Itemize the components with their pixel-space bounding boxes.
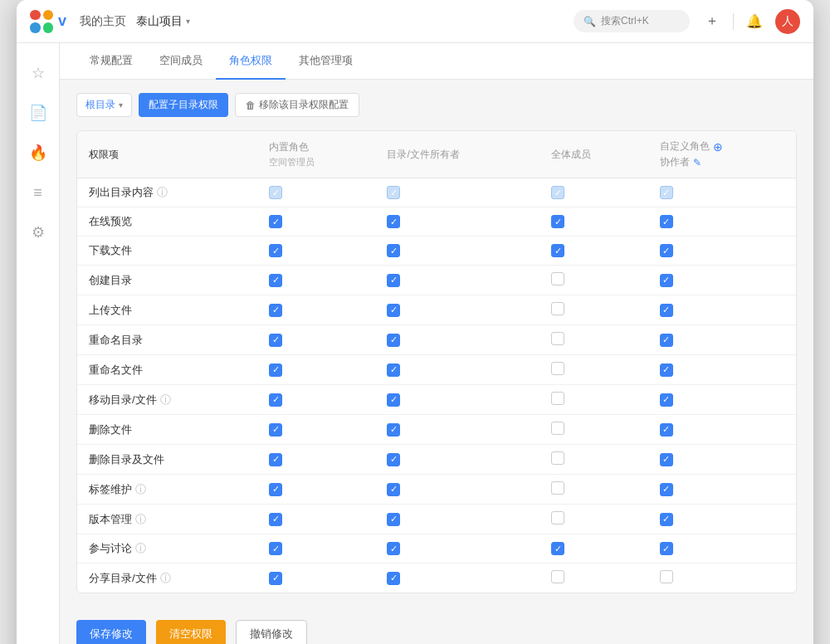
table-row: 标签维护ⓘ✓✓✓ xyxy=(77,475,796,505)
checkbox[interactable]: ✓ xyxy=(387,334,400,347)
clear-perms-button[interactable]: 清空权限 xyxy=(156,620,226,644)
checkbox[interactable]: ✓ xyxy=(269,393,282,407)
config-subdir-button[interactable]: 配置子目录权限 xyxy=(139,93,228,117)
topbar-icons: ＋ 🔔 人 xyxy=(700,9,800,34)
checkbox[interactable]: ✓ xyxy=(387,423,400,437)
sidebar-item-list[interactable]: ≡ xyxy=(22,176,55,209)
checkbox[interactable]: ✓ xyxy=(387,393,400,407)
add-custom-role-icon[interactable]: ⊕ xyxy=(713,140,723,154)
checkbox[interactable]: ✓ xyxy=(387,186,400,199)
checkbox[interactable] xyxy=(551,570,564,583)
checkbox[interactable] xyxy=(551,511,564,524)
checkbox[interactable] xyxy=(551,332,564,345)
checkbox[interactable]: ✓ xyxy=(660,274,673,287)
checkbox[interactable]: ✓ xyxy=(387,483,400,496)
checkbox[interactable]: ✓ xyxy=(660,334,673,347)
checkbox[interactable] xyxy=(551,481,564,495)
checkbox[interactable] xyxy=(551,422,564,435)
tab-general[interactable]: 常规配置 xyxy=(76,43,146,80)
checkbox[interactable]: ✓ xyxy=(269,453,282,466)
cancel-button[interactable]: 撤销修改 xyxy=(236,620,307,644)
checkbox[interactable]: ✓ xyxy=(660,363,673,377)
checkbox[interactable]: ✓ xyxy=(269,572,282,585)
add-button[interactable]: ＋ xyxy=(700,9,725,34)
table-row: 删除目录及文件✓✓✓ xyxy=(77,445,796,475)
checkbox[interactable]: ✓ xyxy=(387,244,400,257)
checkbox[interactable] xyxy=(551,302,564,315)
edit-collaborator-icon[interactable]: ✎ xyxy=(693,157,701,168)
project-name: 泰山项目 xyxy=(136,14,183,29)
checkbox[interactable]: ✓ xyxy=(387,542,400,555)
tab-space-members[interactable]: 空间成员 xyxy=(146,43,216,80)
home-link[interactable]: 我的主页 xyxy=(80,14,126,29)
checkbox[interactable]: ✓ xyxy=(660,244,673,257)
save-button[interactable]: 保存修改 xyxy=(76,620,146,644)
checkbox[interactable]: ✓ xyxy=(551,215,564,228)
perm-name-label: 下载文件 xyxy=(89,243,132,258)
checkbox[interactable] xyxy=(551,272,564,285)
info-icon[interactable]: ⓘ xyxy=(157,185,168,200)
checkbox[interactable]: ✓ xyxy=(269,483,282,496)
checkbox[interactable]: ✓ xyxy=(387,215,400,228)
checkbox[interactable]: ✓ xyxy=(660,304,673,317)
checkbox[interactable]: ✓ xyxy=(387,363,400,377)
checkbox[interactable]: ✓ xyxy=(387,513,400,526)
avatar[interactable]: 人 xyxy=(775,9,800,34)
checkbox[interactable]: ✓ xyxy=(660,186,673,199)
checkbox[interactable]: ✓ xyxy=(269,274,282,287)
checkbox[interactable]: ✓ xyxy=(269,215,282,228)
bottom-buttons: 保存修改 清空权限 撤销修改 xyxy=(60,607,813,644)
checkbox[interactable] xyxy=(551,451,564,465)
table-header-row: 权限项 内置角色 空间管理员 目录/文件所有者 xyxy=(77,131,796,178)
delete-perm-button[interactable]: 🗑 移除该目录权限配置 xyxy=(235,93,359,117)
checkbox[interactable]: ✓ xyxy=(269,423,282,437)
checkbox[interactable]: ✓ xyxy=(660,453,673,466)
project-selector[interactable]: 泰山项目 ▾ xyxy=(136,14,190,29)
checkbox[interactable]: ✓ xyxy=(387,274,400,287)
checkbox[interactable]: ✓ xyxy=(660,423,673,437)
checkbox[interactable]: ✓ xyxy=(660,513,673,526)
info-icon[interactable]: ⓘ xyxy=(135,512,146,527)
checkbox[interactable]: ✓ xyxy=(387,304,400,317)
checkbox[interactable] xyxy=(660,570,673,583)
info-icon[interactable]: ⓘ xyxy=(160,393,171,407)
checkbox[interactable]: ✓ xyxy=(551,244,564,257)
th-dir-owner: 目录/文件所有者 xyxy=(375,131,540,178)
checkbox[interactable]: ✓ xyxy=(269,304,282,317)
checkbox[interactable] xyxy=(551,392,564,405)
info-icon[interactable]: ⓘ xyxy=(160,571,171,586)
breadcrumb-label: 根目录 xyxy=(85,98,115,112)
tab-other[interactable]: 其他管理项 xyxy=(286,43,366,80)
checkbox[interactable]: ✓ xyxy=(269,513,282,526)
checkbox[interactable]: ✓ xyxy=(551,542,564,555)
breadcrumb-button[interactable]: 根目录 ▾ xyxy=(76,93,132,117)
notification-icon[interactable]: 🔔 xyxy=(742,9,767,34)
tab-role-perms[interactable]: 角色权限 xyxy=(216,43,286,80)
checkbox[interactable]: ✓ xyxy=(660,542,673,555)
checkbox[interactable]: ✓ xyxy=(660,393,673,407)
table-row: 在线预览✓✓✓✓ xyxy=(77,207,796,237)
info-icon[interactable]: ⓘ xyxy=(135,482,146,497)
table-row: 分享目录/文件ⓘ✓✓ xyxy=(77,564,796,593)
checkbox[interactable]: ✓ xyxy=(660,483,673,496)
checkbox[interactable]: ✓ xyxy=(387,572,400,585)
sidebar-item-doc[interactable]: 📄 xyxy=(22,96,55,129)
logo-dot-blue xyxy=(30,22,41,33)
checkbox[interactable]: ✓ xyxy=(551,186,564,199)
checkbox[interactable]: ✓ xyxy=(269,186,282,199)
checkbox[interactable]: ✓ xyxy=(387,453,400,466)
checkbox[interactable]: ✓ xyxy=(269,542,282,555)
checkbox[interactable]: ✓ xyxy=(269,334,282,347)
checkbox[interactable] xyxy=(551,362,564,375)
perm-name-label: 创建目录 xyxy=(89,273,132,288)
sidebar-item-settings[interactable]: ⚙ xyxy=(22,216,55,249)
info-icon[interactable]: ⓘ xyxy=(135,541,146,556)
checkbox[interactable]: ✓ xyxy=(660,215,673,228)
checkbox[interactable]: ✓ xyxy=(269,244,282,257)
checkbox[interactable]: ✓ xyxy=(269,363,282,377)
sidebar-item-star[interactable]: ☆ xyxy=(22,56,55,90)
logo: v xyxy=(30,10,66,33)
search-box[interactable]: 🔍 搜索Ctrl+K xyxy=(574,10,690,32)
sidebar-item-flame[interactable]: 🔥 xyxy=(22,136,55,169)
perm-name-label: 在线预览 xyxy=(89,214,132,229)
